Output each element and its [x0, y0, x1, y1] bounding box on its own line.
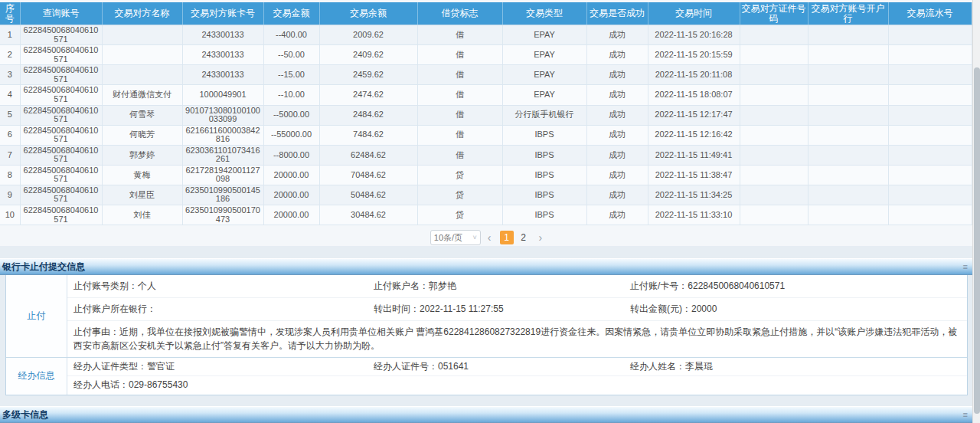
collapse-icon[interactable]: ≡	[963, 259, 968, 275]
prev-page-button[interactable]: ‹	[488, 231, 492, 244]
column-header: 交易对方账号开户行	[808, 2, 888, 25]
column-header: 交易类型	[502, 2, 586, 25]
table-cell: 贷	[417, 205, 502, 225]
table-cell: 成功	[586, 145, 648, 165]
table-cell	[888, 185, 972, 205]
table-cell: 借	[417, 125, 502, 145]
table-cell	[888, 145, 972, 165]
field-value: 止付账户所在银行：	[74, 303, 374, 316]
table-cell: 何晓芳	[102, 125, 182, 145]
multi-card-section-title: 多级卡信息	[2, 409, 48, 420]
column-header: 借贷标志	[417, 2, 502, 25]
table-cell: EPAY	[502, 65, 586, 85]
column-header: 交易时间	[648, 2, 740, 25]
transactions-section: 序号查询账号交易对方名称交易对方账卡号交易金额交易余额借贷标志交易类型交易是否成…	[0, 0, 972, 246]
table-cell: 借	[417, 145, 502, 165]
table-cell: 2022-11-15 11:49:41	[648, 145, 740, 165]
table-cell: 2459.62	[319, 65, 417, 85]
column-header: 交易对方账卡号	[182, 2, 263, 25]
transactions-table: 序号查询账号交易对方名称交易对方账卡号交易金额交易余额借贷标志交易类型交易是否成…	[0, 2, 972, 225]
next-page-button[interactable]: ›	[539, 231, 543, 244]
table-cell: 刘佳	[102, 205, 182, 225]
table-cell	[808, 65, 888, 85]
table-cell	[740, 145, 808, 165]
table-cell: 成功	[586, 125, 648, 145]
field-row: 经办人证件类型：警官证经办人证件号：051641经办人姓名：李晨琨	[67, 358, 967, 376]
table-cell: 2022-11-15 18:08:07	[648, 85, 740, 105]
table-cell: 成功	[586, 205, 648, 225]
vertical-scrollbar[interactable]	[972, 0, 980, 423]
table-cell: IBPS	[502, 205, 586, 225]
table-cell: --10.00	[263, 85, 319, 105]
table-cell: 2022-11-15 11:33:10	[648, 205, 740, 225]
page-size-select[interactable]: 10条/页 ˅	[430, 230, 481, 245]
table-cell: 20000.00	[263, 165, 319, 185]
table-row: 106228450068040610571刘佳62350109905001704…	[0, 205, 972, 225]
pagination: 10条/页 ˅ ‹ 12 ›	[0, 229, 972, 246]
table-row: 16228450068040610571243300133--400.00200…	[0, 25, 972, 45]
table-cell: 5	[0, 105, 20, 125]
table-cell: 8	[0, 165, 20, 185]
table-cell: 成功	[586, 185, 648, 205]
table-cell: 借	[417, 105, 502, 125]
table-cell	[102, 25, 182, 45]
table-cell: EPAY	[502, 45, 586, 65]
column-header: 交易是否成功	[586, 2, 648, 25]
table-cell: 贷	[417, 185, 502, 205]
field-value: 止付账号类别：个人	[74, 280, 374, 293]
table-cell: EPAY	[502, 85, 586, 105]
table-row: 96228450068040610571刘星臣62350109905001451…	[0, 185, 972, 205]
table-cell: 2009.62	[319, 25, 417, 45]
table-cell: 财付通微信支付	[102, 85, 182, 105]
table-cell: 6228450068040610571	[20, 25, 102, 45]
field-row: 止付事由：近期，我单位在接报刘妮被骗警情中，发现涉案人员利用贵单位相关账户 曹鸿…	[67, 321, 967, 357]
field-row: 止付账号类别：个人止付账户名：郭梦艳止付账/卡号：622845006804061…	[67, 275, 967, 298]
table-cell: 郭梦婷	[102, 145, 182, 165]
table-cell: 贷	[417, 165, 502, 185]
group-label: 止付	[6, 275, 67, 357]
table-cell	[888, 105, 972, 125]
table-cell: 9	[0, 185, 20, 205]
group-fields: 止付账号类别：个人止付账户名：郭梦艳止付账/卡号：622845006804061…	[67, 275, 967, 357]
table-cell: 6228450068040610571	[20, 185, 102, 205]
table-cell	[102, 45, 182, 65]
table-cell: 20000.00	[263, 185, 319, 205]
column-header: 交易对方名称	[102, 2, 182, 25]
multi-card-section: 多级卡信息 ≡ 序号级别止付类型所属机构账号余额止付结果录入人录入单位录入时间 …	[0, 406, 972, 423]
table-cell: 2	[0, 45, 20, 65]
table-cell: 成功	[586, 165, 648, 185]
table-cell: 50484.62	[319, 185, 417, 205]
stop-payment-section-title: 银行卡止付提交信息	[2, 261, 85, 272]
table-cell	[808, 25, 888, 45]
page-number-list: 12	[498, 231, 532, 244]
table-cell: 6228450068040610571	[20, 65, 102, 85]
table-cell: 243300133	[182, 65, 263, 85]
table-cell: 6216611600003842816	[182, 125, 263, 145]
table-row: 86228450068040610571黄梅621728194200112709…	[0, 165, 972, 185]
table-cell: 6235010990500170473	[182, 205, 263, 225]
column-header: 交易对方证件号码	[740, 2, 808, 25]
table-row: 46228450068040610571财付通微信支付1000049901--1…	[0, 85, 972, 105]
table-cell: 借	[417, 45, 502, 65]
collapse-icon[interactable]: ≡	[963, 407, 968, 423]
table-cell: 借	[417, 25, 502, 45]
table-cell: 2022-11-15 12:16:42	[648, 125, 740, 145]
table-cell: --8000.00	[263, 145, 319, 165]
page-number-button[interactable]: 1	[500, 231, 514, 244]
table-cell: 2022-11-15 20:11:08	[648, 65, 740, 85]
table-cell: --50.00	[263, 45, 319, 65]
multi-card-section-header: 多级卡信息 ≡	[0, 406, 972, 423]
table-cell: 6228450068040610571	[20, 165, 102, 185]
table-cell: --55000.00	[263, 125, 319, 145]
table-cell: 6228450068040610571	[20, 45, 102, 65]
table-cell	[808, 85, 888, 105]
table-row: 26228450068040610571243300133--50.002409…	[0, 45, 972, 65]
page-number-button[interactable]: 2	[517, 231, 531, 244]
scrollbar-thumb[interactable]	[974, 67, 980, 414]
table-cell: 成功	[586, 25, 648, 45]
group-label: 经办信息	[6, 358, 67, 395]
table-cell: EPAY	[502, 25, 586, 45]
table-cell: 4	[0, 85, 20, 105]
table-cell	[888, 85, 972, 105]
table-cell	[740, 85, 808, 105]
